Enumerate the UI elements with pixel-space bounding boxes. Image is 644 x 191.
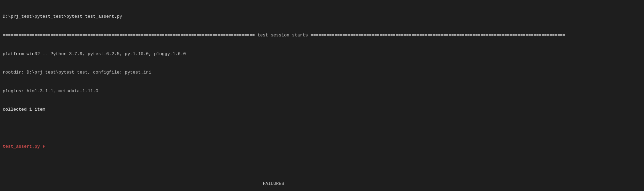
percent-badge: [100%]	[616, 144, 644, 149]
blank-1	[3, 125, 641, 131]
platform-info: platform win32 -- Python 3.7.9, pytest-6…	[3, 51, 641, 57]
blank-2	[3, 162, 641, 169]
collected-info: collected 1 item	[3, 107, 641, 113]
plugins-info: plugins: html-3.1.1, metadata-1.11.0	[3, 88, 641, 94]
test-file-name: test_assert.py	[3, 144, 43, 149]
terminal-output: D:\prj_test\pytest_test>pytest test_asse…	[0, 0, 644, 191]
session-start-separator: ========================================…	[3, 32, 641, 38]
command-line: D:\prj_test\pytest_test>pytest test_asse…	[3, 14, 641, 20]
failures-separator: ========================================…	[3, 181, 641, 187]
rootdir-info: rootdir: D:\prj_test\pytest_test, config…	[3, 69, 641, 76]
fail-marker: F	[43, 144, 45, 149]
test-file-line: test_assert.py F	[3, 144, 641, 150]
